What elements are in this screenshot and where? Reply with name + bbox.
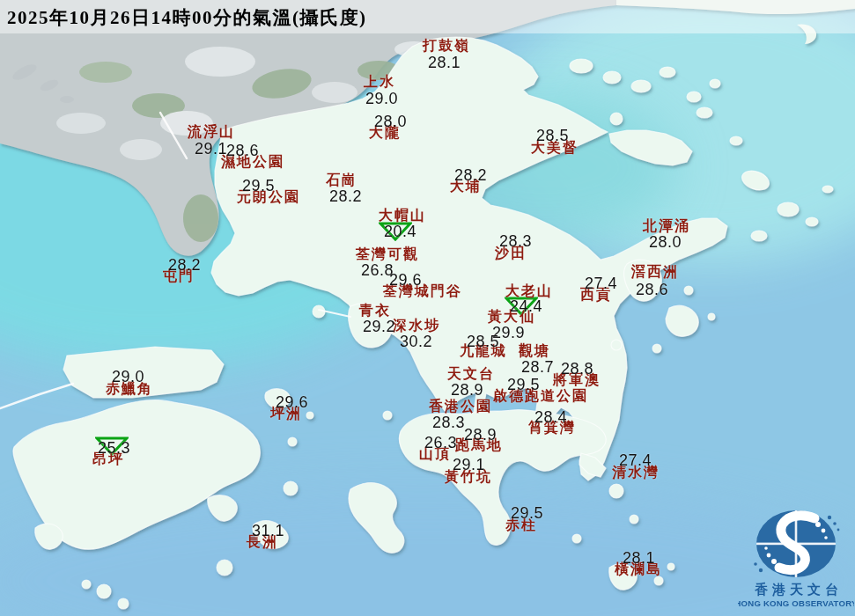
hko-logo: 香港天文台 HONG KONG OBSERVATORY — [738, 500, 854, 614]
map-title: 2025年10月26日14時00分的氣溫(攝氏度) — [7, 5, 367, 30]
station-temperature-value[interactable]: 29.1 — [195, 141, 227, 157]
station-temperature-value[interactable]: 29.0 — [365, 91, 398, 106]
weather-station: 24.4大老山 — [0, 0, 855, 616]
station-temperature-value[interactable]: 28.4 — [534, 409, 567, 425]
station-temperature-value[interactable]: 29.6 — [276, 394, 308, 410]
weather-station: 29.1流浮山 — [0, 0, 855, 616]
station-name-label[interactable]: 荃灣可觀 — [356, 247, 419, 261]
station-temperature-value[interactable]: 29.0 — [112, 369, 144, 385]
station-temperature-value[interactable]: 28.6 — [226, 143, 259, 158]
station-temperature-value[interactable]: 31.1 — [252, 523, 284, 539]
weather-station: 28.2屯門 — [0, 0, 855, 616]
station-name-label[interactable]: 滘西洲 — [631, 265, 679, 279]
station-temperature-value[interactable]: 27.4 — [585, 275, 617, 291]
weather-station: 20.4大帽山 — [0, 0, 855, 616]
weather-station: 28.7觀塘 — [0, 0, 855, 616]
station-name-label[interactable]: 流浮山 — [188, 125, 235, 139]
weather-station: 28.9跑馬地 — [0, 0, 855, 616]
station-temperature-value[interactable]: 30.2 — [400, 334, 432, 349]
weather-station: 29.5元朗公園 — [0, 0, 855, 616]
temperature-map: 2025年10月26日14時00分的氣溫(攝氏度) 28.1打鼓嶺29.0上水2… — [0, 0, 855, 616]
weather-station: 28.5九龍城 — [0, 0, 855, 616]
station-name-label[interactable]: 青衣 — [359, 304, 391, 318]
weather-station: 28.5大美督 — [0, 0, 855, 616]
station-temperature-value[interactable]: 25.3 — [98, 440, 130, 456]
station-temperature-value[interactable]: 24.4 — [510, 298, 542, 314]
weather-station: 29.0赤鱲角 — [0, 0, 855, 616]
weather-station: 27.4西貢 — [0, 0, 855, 616]
weather-station: 28.0北潭涌 — [0, 0, 855, 616]
station-name-label[interactable]: 上水 — [364, 75, 395, 89]
hko-logo-graphic: 香港天文台 HONG KONG OBSERVATORY — [738, 500, 854, 614]
station-temperature-value[interactable]: 29.6 — [389, 272, 422, 288]
weather-station: 30.2深水埗 — [0, 0, 855, 616]
station-temperature-value[interactable]: 28.1 — [623, 550, 655, 566]
weather-station: 28.1橫瀾島 — [0, 0, 855, 616]
weather-station: 29.9黃大仙 — [0, 0, 855, 616]
weather-station: 28.1打鼓嶺 — [0, 0, 855, 616]
station-temperature-value[interactable]: 28.9 — [451, 382, 483, 398]
weather-station: 29.5赤柱 — [0, 0, 855, 616]
station-temperature-value[interactable]: 28.2 — [329, 188, 362, 204]
station-name-label[interactable]: 觀塘 — [519, 344, 550, 358]
weather-station: 28.9天文台 — [0, 0, 855, 616]
station-temperature-value[interactable]: 28.6 — [636, 282, 668, 297]
weather-station: 29.2青衣 — [0, 0, 855, 616]
stations-layer: 28.1打鼓嶺29.0上水28.0大隴28.5大美督29.1流浮山28.6濕地公… — [0, 0, 855, 616]
weather-station: 27.4清水灣 — [0, 0, 855, 616]
station-name-label[interactable]: 石崗 — [326, 173, 357, 187]
weather-station: 28.8將軍澳 — [0, 0, 855, 616]
weather-station: 29.1黃竹坑 — [0, 0, 855, 616]
station-temperature-value[interactable]: 29.5 — [507, 377, 540, 392]
station-temperature-value[interactable]: 28.3 — [499, 233, 532, 249]
station-temperature-value[interactable]: 28.0 — [374, 114, 407, 129]
station-temperature-value[interactable]: 28.8 — [561, 361, 593, 377]
weather-station: 28.4筲箕灣 — [0, 0, 855, 616]
weather-station: 28.2石崗 — [0, 0, 855, 616]
station-temperature-value[interactable]: 27.4 — [619, 452, 652, 468]
weather-station: 28.3沙田 — [0, 0, 855, 616]
station-name-label[interactable]: 天文台 — [447, 367, 495, 381]
station-name-label[interactable]: 打鼓嶺 — [423, 39, 470, 53]
weather-station: 28.0大隴 — [0, 0, 855, 616]
station-name-label[interactable]: 大老山 — [505, 284, 553, 298]
station-name-label[interactable]: 大帽山 — [379, 209, 426, 223]
station-name-label[interactable]: 深水埗 — [393, 319, 440, 333]
weather-station: 28.6濕地公園 — [0, 0, 855, 616]
station-temperature-value[interactable]: 28.0 — [649, 234, 682, 250]
station-temperature-value[interactable]: 28.5 — [536, 128, 569, 143]
station-temperature-value[interactable]: 28.2 — [454, 167, 487, 183]
station-temperature-value[interactable]: 20.4 — [384, 224, 416, 239]
weather-station: 25.3昂坪 — [0, 0, 855, 616]
station-temperature-value[interactable]: 28.1 — [428, 55, 461, 70]
weather-station: 26.3山頂 — [0, 0, 855, 616]
station-temperature-value[interactable]: 29.5 — [242, 178, 275, 194]
station-temperature-value[interactable]: 29.2 — [363, 319, 395, 334]
station-name-label[interactable]: 北潭涌 — [643, 219, 690, 233]
station-temperature-value[interactable]: 29.5 — [511, 505, 543, 521]
weather-station: 29.6坪洲 — [0, 0, 855, 616]
station-temperature-value[interactable]: 28.5 — [467, 334, 499, 349]
station-temperature-value[interactable]: 29.1 — [453, 457, 485, 473]
weather-station: 31.1長洲 — [0, 0, 855, 616]
weather-station: 29.5啟德跑道公園 — [0, 0, 855, 616]
station-temperature-value[interactable]: 28.7 — [521, 359, 554, 375]
logo-name-chinese: 香港天文台 — [754, 582, 843, 597]
weather-station: 28.6滘西洲 — [0, 0, 855, 616]
weather-station: 29.0上水 — [0, 0, 855, 616]
weather-station: 28.2大埔 — [0, 0, 855, 616]
station-temperature-value[interactable]: 26.3 — [424, 435, 457, 451]
weather-station: 26.8荃灣可觀 — [0, 0, 855, 616]
weather-station: 28.3香港公園 — [0, 0, 855, 616]
station-temperature-value[interactable]: 28.9 — [464, 427, 497, 443]
station-name-label[interactable]: 香港公園 — [429, 400, 492, 414]
station-temperature-value[interactable]: 28.2 — [168, 257, 201, 273]
station-temperature-value[interactable]: 28.3 — [432, 414, 465, 430]
logo-name-english: HONG KONG OBSERVATORY — [738, 598, 854, 608]
weather-station: 29.6荃灣城門谷 — [0, 0, 855, 616]
